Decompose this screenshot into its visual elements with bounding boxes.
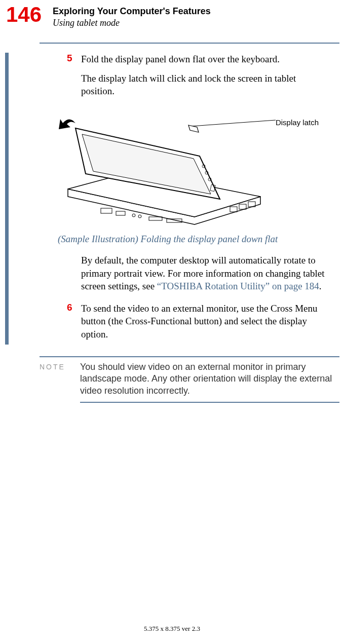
- chapter-title: Exploring Your Computer's Features: [53, 6, 211, 17]
- paragraph-after-figure: By default, the computer desktop will au…: [67, 254, 328, 299]
- callout-label: Display latch: [276, 118, 319, 127]
- cross-reference-link[interactable]: “TOSHIBA Rotation Utility” on page 184: [157, 281, 319, 291]
- spacer: [67, 254, 81, 299]
- note-row: NOTE You should view video on an externa…: [40, 361, 339, 397]
- note-text: You should view video on an external mon…: [80, 361, 339, 397]
- step-body: Fold the display panel down flat over th…: [81, 53, 328, 104]
- figure-caption: (Sample Illustration) Folding the displa…: [58, 234, 328, 245]
- step-number: 5: [67, 53, 81, 104]
- svg-rect-5: [149, 217, 162, 220]
- step-6: 6 To send the video to an external monit…: [67, 302, 328, 347]
- main-content: 5 Fold the display panel down flat over …: [0, 53, 344, 347]
- para-post: .: [319, 281, 322, 291]
- note-block: NOTE You should view video on an externa…: [40, 356, 339, 403]
- fold-arrow-icon: [59, 119, 75, 129]
- note-top-rule: [40, 356, 339, 357]
- illustration-figure: Display latch: [58, 108, 328, 232]
- step-body: To send the video to an external monitor…: [81, 302, 328, 347]
- page-footer: 5.375 x 8.375 ver 2.3: [0, 625, 344, 633]
- section-title: Using tablet mode: [53, 18, 211, 28]
- step-follow-text: The display latch will click and lock th…: [81, 72, 328, 98]
- note-label: NOTE: [40, 361, 80, 371]
- note-bottom-rule: [80, 402, 339, 403]
- page-number: 146: [6, 4, 42, 25]
- step-lead-text: To send the video to an external monitor…: [81, 302, 328, 341]
- header-titles: Exploring Your Computer's Features Using…: [53, 4, 211, 28]
- step-number: 6: [67, 302, 81, 347]
- paragraph-text: By default, the computer desktop will au…: [81, 254, 328, 293]
- svg-point-4: [138, 215, 141, 218]
- page-header: 146 Exploring Your Computer's Features U…: [0, 0, 344, 28]
- svg-point-3: [132, 214, 135, 217]
- step-5: 5 Fold the display panel down flat over …: [67, 53, 328, 104]
- svg-rect-2: [116, 211, 125, 215]
- left-accent-bar: [5, 53, 9, 345]
- paragraph-body: By default, the computer desktop will au…: [81, 254, 328, 299]
- header-rule: [40, 43, 339, 44]
- svg-rect-1: [101, 208, 112, 213]
- svg-line-0: [192, 120, 276, 126]
- step-lead-text: Fold the display panel down flat over th…: [81, 53, 328, 66]
